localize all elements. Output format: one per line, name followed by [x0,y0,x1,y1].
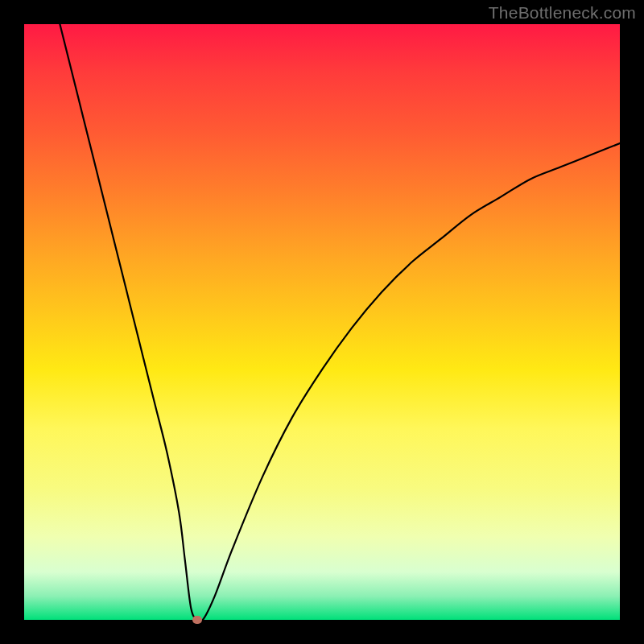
chart-frame: TheBottleneck.com [0,0,644,644]
optimal-point-marker [192,616,202,624]
watermark-text: TheBottleneck.com [489,3,636,23]
bottleneck-curve [24,24,620,620]
plot-area [24,24,620,620]
